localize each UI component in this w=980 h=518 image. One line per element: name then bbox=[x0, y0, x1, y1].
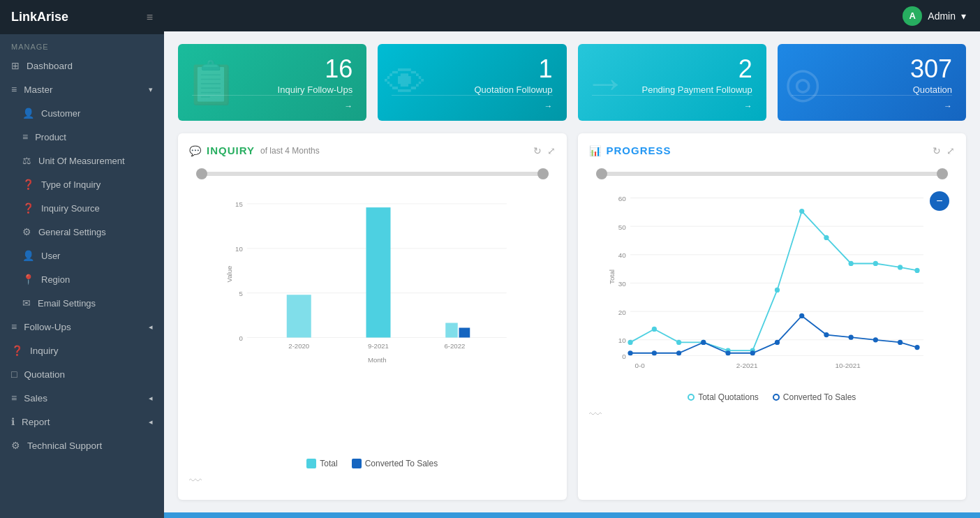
sidebar-item-unit-of-measurement[interactable]: ⚖ Unit Of Measurement bbox=[0, 149, 164, 172]
card-footer-2[interactable]: → bbox=[592, 95, 752, 111]
sidebar-item-dashboard[interactable]: ⊞ Dashboard bbox=[0, 54, 164, 77]
legend-dot-total bbox=[306, 459, 316, 468]
legend-label-total-q: Total Quotations bbox=[698, 392, 759, 402]
sidebar-item-sales[interactable]: ≡ Sales ◂ bbox=[0, 386, 164, 410]
legend-total-quotations: Total Quotations bbox=[688, 392, 759, 402]
svg-point-29 bbox=[651, 327, 656, 332]
progress-chart-actions[interactable]: ↻ ⤢ bbox=[933, 145, 955, 156]
sidebar-item-customer[interactable]: 👤 Customer bbox=[0, 101, 164, 125]
sidebar-item-inquiry[interactable]: ❓ Inquiry bbox=[0, 339, 164, 362]
card-footer-0[interactable]: → bbox=[192, 95, 352, 111]
expand-icon[interactable]: ⤢ bbox=[547, 145, 556, 156]
inquiry-chart-header: 💬 INQUIRY of last 4 Months ↻ ⤢ bbox=[189, 145, 556, 156]
inquiry-legend: Total Converted To Sales bbox=[189, 453, 556, 471]
card-arrow-2: → bbox=[744, 101, 752, 111]
technical-support-label: Technical Support bbox=[27, 441, 102, 451]
progress-expand-icon[interactable]: ⤢ bbox=[946, 145, 955, 156]
card-inquiry-followups[interactable]: 📋 16 Inquiry Follow-Ups → bbox=[178, 44, 366, 121]
svg-point-43 bbox=[676, 350, 681, 355]
legend-label-converted-s: Converted To Sales bbox=[783, 392, 856, 402]
sidebar: LinkArise ≡ MANAGE ⊞ Dashboard ≡ Master … bbox=[0, 0, 164, 518]
svg-text:0-0: 0-0 bbox=[634, 362, 645, 369]
report-icon: ℹ bbox=[11, 416, 15, 427]
card-pending-payment[interactable]: → 2 Pending Payment Followup → bbox=[578, 44, 766, 121]
sidebar-item-inquiry-source[interactable]: ❓ Inquiry Source bbox=[0, 196, 164, 220]
sidebar-item-user[interactable]: 👤 User bbox=[0, 244, 164, 267]
card-quotation[interactable]: ◎ 307 Quotation → bbox=[778, 44, 966, 121]
inquiry-chart-title: 💬 INQUIRY of last 4 Months bbox=[189, 145, 320, 156]
legend-total: Total bbox=[306, 459, 337, 468]
avatar: A bbox=[903, 6, 922, 26]
sidebar-item-report[interactable]: ℹ Report ◂ bbox=[0, 410, 164, 434]
inquiry-range-slider[interactable] bbox=[189, 163, 556, 188]
inquiry-chart-actions[interactable]: ↻ ⤢ bbox=[533, 145, 556, 156]
svg-text:20: 20 bbox=[618, 309, 626, 316]
card-arrow-1: → bbox=[544, 101, 553, 111]
svg-point-44 bbox=[701, 340, 706, 345]
inquiry-source-icon: ❓ bbox=[22, 202, 34, 214]
progress-refresh-icon[interactable]: ↻ bbox=[933, 145, 941, 156]
sidebar-item-product[interactable]: ≡ Product bbox=[0, 125, 164, 149]
main-content: A Admin ▾ 📋 16 Inquiry Follow-Ups → 👁 1 … bbox=[164, 0, 980, 518]
inquiry-title-sub: of last 4 Months bbox=[260, 146, 320, 156]
topbar-user[interactable]: A Admin ▾ bbox=[903, 6, 966, 26]
svg-text:9-2021: 9-2021 bbox=[368, 342, 389, 350]
total-quotations-line bbox=[630, 212, 917, 351]
sidebar-item-quotation[interactable]: □ Quotation bbox=[0, 362, 164, 386]
manage-label: MANAGE bbox=[0, 34, 164, 54]
converted-sales-line bbox=[630, 316, 917, 353]
progress-legend: Total Quotations Converted To Sales bbox=[589, 387, 956, 405]
type-inquiry-icon: ❓ bbox=[22, 179, 34, 190]
range-track bbox=[196, 172, 549, 176]
unit-icon: ⚖ bbox=[22, 155, 31, 166]
progress-chart-header: 📊 PROGRESS ↻ ⤢ bbox=[589, 145, 956, 156]
legend-converted-sales: Converted To Sales bbox=[773, 392, 856, 402]
svg-point-47 bbox=[774, 340, 779, 345]
inquiry-chart-body: 15 10 5 0 Value bbox=[189, 188, 556, 453]
bar-2020-total bbox=[287, 295, 311, 337]
progress-range-thumb-right[interactable] bbox=[937, 168, 948, 179]
menu-icon[interactable]: ≡ bbox=[147, 11, 153, 24]
refresh-icon[interactable]: ↻ bbox=[533, 145, 542, 156]
inquiry-chart-icon: 💬 bbox=[189, 145, 201, 156]
progress-chart-footer: 〰 bbox=[589, 405, 956, 422]
progress-range-slider[interactable] bbox=[589, 163, 956, 188]
svg-text:30: 30 bbox=[618, 280, 626, 288]
master-label: Master bbox=[24, 84, 52, 95]
range-thumb-right[interactable] bbox=[537, 168, 549, 179]
sidebar-item-technical-support[interactable]: ⚙ Technical Support bbox=[0, 434, 164, 457]
card-footer-3[interactable]: → bbox=[792, 95, 952, 111]
wave-icon-progress: 〰 bbox=[589, 408, 602, 422]
product-label: Product bbox=[35, 132, 66, 142]
svg-text:60: 60 bbox=[618, 195, 626, 202]
sidebar-item-master[interactable]: ≡ Master ▾ bbox=[0, 77, 164, 101]
svg-point-50 bbox=[848, 335, 853, 340]
wave-icon-inquiry: 〰 bbox=[189, 474, 202, 489]
card-quotation-followup[interactable]: 👁 1 Quotation Followup → bbox=[378, 44, 566, 121]
sidebar-item-general-settings[interactable]: ⚙ General Settings bbox=[0, 220, 164, 244]
cards-row: 📋 16 Inquiry Follow-Ups → 👁 1 Quotation … bbox=[164, 31, 980, 121]
card-arrow-3: → bbox=[944, 101, 952, 111]
product-icon: ≡ bbox=[22, 131, 28, 142]
sidebar-item-region[interactable]: 📍 Region bbox=[0, 267, 164, 291]
inquiry-chart-footer: 〰 bbox=[189, 471, 556, 489]
svg-point-41 bbox=[628, 350, 632, 355]
svg-text:0: 0 bbox=[239, 334, 242, 342]
zoom-minus-button[interactable]: − bbox=[930, 191, 949, 211]
dashboard-label: Dashboard bbox=[27, 61, 73, 71]
bar-2021-total bbox=[366, 207, 391, 337]
sidebar-header: LinkArise ≡ bbox=[0, 0, 164, 34]
sidebar-item-email-settings[interactable]: ✉ Email Settings bbox=[0, 291, 164, 315]
svg-point-48 bbox=[799, 313, 804, 318]
card-label-0: Inquiry Follow-Ups bbox=[192, 84, 352, 95]
dashboard-icon: ⊞ bbox=[11, 60, 20, 71]
progress-range-thumb-left[interactable] bbox=[596, 168, 607, 179]
card-label-3: Quotation bbox=[792, 84, 952, 95]
sidebar-item-type-of-inquiry[interactable]: ❓ Type of Inquiry bbox=[0, 172, 164, 196]
sidebar-item-follow-ups[interactable]: ≡ Follow-Ups ◂ bbox=[0, 315, 164, 339]
type-inquiry-label: Type of Inquiry bbox=[41, 179, 101, 190]
card-footer-1[interactable]: → bbox=[392, 95, 552, 111]
master-arrow: ▾ bbox=[149, 85, 153, 94]
inquiry-bar-chart: 15 10 5 0 Value bbox=[189, 188, 556, 384]
range-thumb-left[interactable] bbox=[196, 168, 207, 179]
